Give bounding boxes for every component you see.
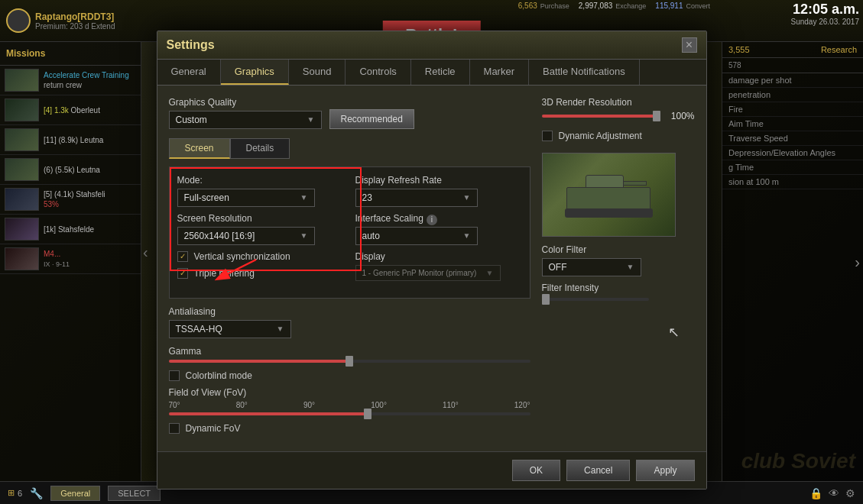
modal-title-bar: Settings × xyxy=(157,31,706,60)
fov-track[interactable] xyxy=(169,412,530,415)
fov-thumb[interactable] xyxy=(364,409,371,419)
gamma-slider-row xyxy=(169,360,530,363)
info-icon: i xyxy=(427,215,437,225)
color-filter-label: Color Filter xyxy=(542,244,695,255)
modal-overlay: Settings × General Graphics Sound Contro… xyxy=(0,0,863,504)
display-setting: Display 1 - Generic PnP Monitor (primary… xyxy=(355,251,522,281)
screen-col-left: Mode: Full-screen ▼ Screen Resolution xyxy=(177,175,344,290)
filter-intensity-track[interactable] xyxy=(542,298,649,301)
color-filter-section: Color Filter OFF ▼ xyxy=(542,244,695,276)
graphics-quality-section: Graphics Quality Custom ▼ Recommended xyxy=(169,97,530,129)
graphics-quality-label: Graphics Quality xyxy=(169,97,322,108)
tab-sound[interactable]: Sound xyxy=(289,60,346,85)
apply-button[interactable]: Apply xyxy=(636,460,694,481)
render-resolution-thumb[interactable] xyxy=(653,111,660,121)
gamma-section: Gamma xyxy=(169,346,530,363)
tab-reticle[interactable]: Reticle xyxy=(411,60,470,85)
antialiasing-row: Antialiasing TSSAA-HQ ▼ xyxy=(169,306,530,338)
resolution-select[interactable]: 2560x1440 [16:9] ▼ xyxy=(177,227,315,245)
mode-select[interactable]: Full-screen ▼ xyxy=(177,189,315,207)
color-filter-row: OFF ▼ xyxy=(542,258,695,276)
fov-label: Field of View (FoV) xyxy=(169,387,530,398)
resolution-label: Screen Resolution xyxy=(177,213,344,224)
color-filter-arrow: ▼ xyxy=(627,263,634,271)
screen-two-col: Mode: Full-screen ▼ Screen Resolution xyxy=(177,175,522,290)
select-arrow-icon: ▼ xyxy=(307,115,315,124)
render-resolution-slider-row: 100% xyxy=(542,111,695,121)
display-arrow: ▼ xyxy=(486,269,494,277)
colorblind-checkbox[interactable] xyxy=(169,370,180,381)
scaling-arrow: ▼ xyxy=(463,231,471,240)
display-value: 1 - Generic PnP Monitor (primary) xyxy=(362,269,477,277)
interface-scaling-value: auto xyxy=(362,231,380,241)
vsync-checkbox[interactable] xyxy=(177,251,188,262)
render-resolution-value: 100% xyxy=(668,111,695,121)
mode-select-arrow: ▼ xyxy=(300,193,308,202)
display-label: Display xyxy=(355,251,522,262)
mode-setting: Mode: Full-screen ▼ xyxy=(177,175,344,207)
refresh-rate-select[interactable]: 23 ▼ xyxy=(355,189,478,207)
screen-settings-box: Mode: Full-screen ▼ Screen Resolution xyxy=(169,166,530,299)
fov-fill xyxy=(169,412,368,415)
tab-marker[interactable]: Marker xyxy=(470,60,529,85)
settings-modal: Settings × General Graphics Sound Contro… xyxy=(157,31,707,489)
modal-footer: OK Cancel Apply xyxy=(157,451,706,489)
mode-value: Full-screen xyxy=(184,192,229,203)
refresh-rate-value: 23 xyxy=(362,192,372,203)
tabs-bar: General Graphics Sound Controls Reticle … xyxy=(157,60,706,86)
mode-label: Mode: xyxy=(177,175,344,186)
graphics-quality-select[interactable]: Custom ▼ xyxy=(169,111,322,129)
display-select[interactable]: 1 - Generic PnP Monitor (primary) ▼ xyxy=(355,265,501,281)
dynamic-fov-row[interactable]: Dynamic FoV xyxy=(169,423,530,434)
sub-tab-details[interactable]: Details xyxy=(230,138,290,159)
dynamic-adj-label: Dynamic Adjustment xyxy=(559,131,642,141)
graphics-quality-setting: Graphics Quality Custom ▼ xyxy=(169,97,322,129)
screen-col-right: Display Refresh Rate 23 ▼ Interface Scal… xyxy=(355,175,522,290)
colorblind-label: Colorblind mode xyxy=(186,370,252,381)
cursor-area: ↖ xyxy=(542,324,695,341)
antialiasing-setting: Antialiasing TSSAA-HQ ▼ xyxy=(169,306,291,338)
tank-track xyxy=(565,208,653,218)
dynamic-adjustment-row: Dynamic Adjustment xyxy=(542,131,695,141)
dynamic-fov-label: Dynamic FoV xyxy=(186,423,241,434)
close-button[interactable]: × xyxy=(682,37,697,53)
colorblind-row[interactable]: Colorblind mode xyxy=(169,370,530,381)
triple-buffer-row[interactable]: Triple buffering xyxy=(177,268,344,279)
sub-tab-screen[interactable]: Screen xyxy=(169,138,230,159)
dynamic-fov-checkbox[interactable] xyxy=(169,423,180,434)
render-resolution-track[interactable] xyxy=(542,115,660,118)
triple-buffer-checkbox[interactable] xyxy=(177,268,188,279)
gamma-track[interactable] xyxy=(169,360,530,363)
fov-labels: 70° 80° 90° 100° 110° 120° xyxy=(169,401,530,409)
gamma-fill xyxy=(169,360,350,363)
tab-graphics[interactable]: Graphics xyxy=(221,60,289,85)
filter-intensity-section: Filter Intensity xyxy=(542,283,695,301)
ok-button[interactable]: OK xyxy=(512,460,560,481)
filter-intensity-thumb[interactable] xyxy=(542,294,550,305)
tab-general[interactable]: General xyxy=(157,60,221,85)
right-panel: 3D Render Resolution 100% Dynamic Adjust… xyxy=(542,97,695,440)
left-panel: Graphics Quality Custom ▼ Recommended Sc… xyxy=(169,97,530,440)
antialiasing-value: TSSAA-HQ xyxy=(176,324,222,334)
gamma-label: Gamma xyxy=(169,346,530,357)
gamma-thumb[interactable] xyxy=(346,356,353,367)
interface-scaling-select[interactable]: auto ▼ xyxy=(355,227,478,245)
render-resolution-fill xyxy=(542,115,660,118)
tank-preview xyxy=(542,153,676,237)
interface-scaling-setting: Interface Scaling i auto ▼ xyxy=(355,213,522,245)
render-resolution-label: 3D Render Resolution xyxy=(542,97,695,108)
tab-battle-notifications[interactable]: Battle Notifications xyxy=(529,60,640,85)
color-filter-select[interactable]: OFF ▼ xyxy=(542,258,641,276)
triple-buffer-label: Triple buffering xyxy=(194,268,255,279)
cancel-button[interactable]: Cancel xyxy=(566,460,630,481)
refresh-rate-label: Display Refresh Rate xyxy=(355,175,522,186)
dynamic-adj-checkbox[interactable] xyxy=(542,131,553,141)
interface-scaling-label: Interface Scaling xyxy=(355,213,423,224)
tank-body xyxy=(566,187,650,210)
antialiasing-select[interactable]: TSSAA-HQ ▼ xyxy=(169,320,291,338)
refresh-rate-arrow: ▼ xyxy=(463,193,471,202)
recommended-button[interactable]: Recommended xyxy=(329,109,414,129)
resolution-setting: Screen Resolution 2560x1440 [16:9] ▼ xyxy=(177,213,344,245)
tab-controls[interactable]: Controls xyxy=(346,60,410,85)
vsync-row[interactable]: Vertical synchronization xyxy=(177,251,344,262)
